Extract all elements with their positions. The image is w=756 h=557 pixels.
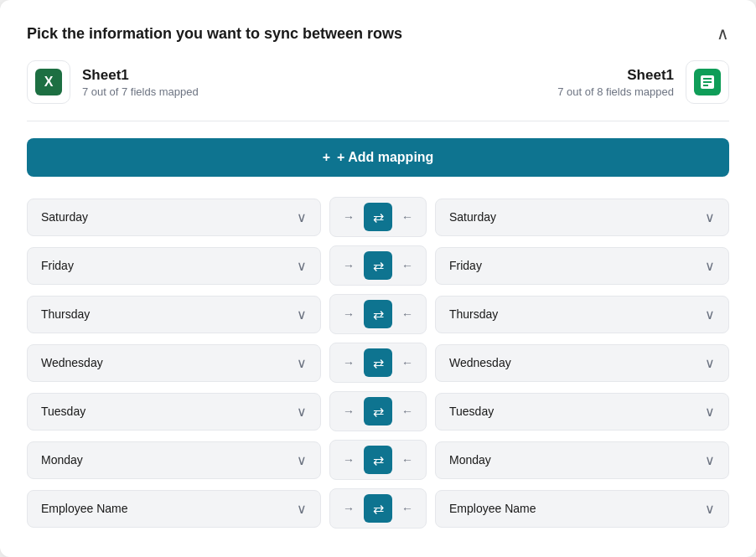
field-select-left-0[interactable]: Saturday ∨ — [27, 199, 321, 236]
source-left: X Sheet1 7 out of 7 fields mapped — [27, 60, 199, 104]
source-right-name: Sheet1 — [557, 67, 674, 84]
chevron-down-icon: ∨ — [297, 404, 307, 420]
svg-rect-5 — [703, 81, 712, 83]
arrow-right-button-1[interactable]: → — [337, 254, 360, 277]
arrow-right-button-6[interactable]: → — [337, 497, 360, 520]
svg-rect-6 — [703, 85, 708, 86]
arrow-right-button-0[interactable]: → — [337, 205, 360, 229]
chevron-down-icon: ∨ — [705, 404, 715, 420]
chevron-down-icon: ∨ — [705, 258, 715, 274]
arrow-left-button-4[interactable]: ← — [396, 400, 419, 423]
field-select-left-3[interactable]: Wednesday ∨ — [27, 344, 321, 382]
add-mapping-icon: + — [323, 150, 330, 165]
field-select-right-5[interactable]: Monday ∨ — [435, 441, 729, 479]
card-header: Pick the information you want to sync be… — [27, 23, 729, 44]
chevron-down-icon: ∨ — [705, 307, 715, 322]
field-label-left-0: Saturday — [41, 210, 88, 224]
main-card: Pick the information you want to sync be… — [0, 0, 756, 557]
sync-controls-4: → ⇄ ← — [329, 391, 427, 431]
field-label-right-1: Friday — [449, 259, 482, 272]
mappings-list: Saturday ∨ → ⇄ ← Saturday ∨ Friday ∨ → ⇄… — [27, 197, 729, 529]
field-label-left-2: Thursday — [41, 307, 90, 321]
source-left-name: Sheet1 — [82, 67, 199, 84]
sync-button-2[interactable]: ⇄ — [364, 300, 392, 328]
chevron-down-icon: ∨ — [297, 452, 307, 468]
excel-icon: X — [35, 69, 62, 95]
sync-controls-1: → ⇄ ← — [329, 245, 427, 286]
field-select-left-5[interactable]: Monday ∨ — [27, 441, 321, 479]
arrow-left-button-3[interactable]: ← — [396, 351, 419, 374]
chevron-down-icon: ∨ — [705, 209, 715, 225]
arrow-left-button-1[interactable]: ← — [396, 254, 419, 277]
arrow-right-button-3[interactable]: → — [337, 351, 360, 374]
sync-button-3[interactable]: ⇄ — [364, 348, 392, 377]
chevron-down-icon: ∨ — [297, 209, 307, 225]
arrow-left-button-6[interactable]: ← — [396, 497, 419, 520]
field-label-right-6: Employee Name — [449, 502, 536, 515]
field-label-left-1: Friday — [41, 259, 74, 272]
add-mapping-label: + Add mapping — [337, 150, 433, 165]
chevron-down-icon: ∨ — [705, 452, 715, 468]
field-select-right-1[interactable]: Friday ∨ — [435, 247, 729, 285]
chevron-down-icon: ∨ — [705, 355, 715, 371]
field-select-left-2[interactable]: Thursday ∨ — [27, 296, 321, 333]
card-title: Pick the information you want to sync be… — [27, 25, 402, 43]
svg-text:X: X — [44, 75, 54, 89]
sheets-icon-container — [686, 60, 729, 104]
excel-icon-container: X — [27, 60, 70, 104]
arrow-right-button-5[interactable]: → — [337, 448, 360, 472]
mapping-row: Wednesday ∨ → ⇄ ← Wednesday ∨ — [27, 343, 729, 383]
field-select-left-4[interactable]: Tuesday ∨ — [27, 393, 321, 431]
sheets-icon — [694, 69, 721, 95]
sync-button-4[interactable]: ⇄ — [364, 397, 392, 425]
mapping-row: Thursday ∨ → ⇄ ← Thursday ∨ — [27, 294, 729, 334]
sync-button-0[interactable]: ⇄ — [364, 203, 392, 231]
field-label-left-6: Employee Name — [41, 502, 128, 515]
field-label-left-5: Monday — [41, 453, 83, 467]
sources-row: X Sheet1 7 out of 7 fields mapped Sheet1… — [27, 60, 729, 121]
source-right-sub: 7 out of 8 fields mapped — [557, 85, 674, 98]
sync-controls-5: → ⇄ ← — [329, 440, 427, 480]
svg-rect-4 — [703, 78, 712, 80]
chevron-down-icon: ∨ — [297, 258, 307, 274]
arrow-right-button-2[interactable]: → — [337, 302, 360, 326]
mapping-row: Friday ∨ → ⇄ ← Friday ∨ — [27, 245, 729, 286]
arrow-left-button-0[interactable]: ← — [396, 205, 419, 229]
field-label-right-4: Tuesday — [449, 405, 494, 418]
field-label-right-5: Monday — [449, 453, 491, 467]
chevron-down-icon: ∨ — [297, 501, 307, 517]
sync-controls-3: → ⇄ ← — [329, 343, 427, 383]
source-right: Sheet1 7 out of 8 fields mapped — [557, 60, 729, 104]
field-select-right-3[interactable]: Wednesday ∨ — [435, 344, 729, 382]
source-left-sub: 7 out of 7 fields mapped — [82, 85, 199, 98]
mapping-row: Saturday ∨ → ⇄ ← Saturday ∨ — [27, 197, 729, 237]
field-select-right-2[interactable]: Thursday ∨ — [435, 296, 729, 333]
field-label-left-4: Tuesday — [41, 405, 85, 418]
mapping-row: Tuesday ∨ → ⇄ ← Tuesday ∨ — [27, 391, 729, 431]
field-label-right-3: Wednesday — [449, 356, 511, 369]
field-select-left-1[interactable]: Friday ∨ — [27, 247, 321, 285]
field-label-right-0: Saturday — [449, 210, 496, 224]
sync-button-6[interactable]: ⇄ — [364, 494, 392, 523]
chevron-down-icon: ∨ — [705, 501, 715, 517]
collapse-button[interactable]: ∧ — [717, 23, 729, 44]
field-select-left-6[interactable]: Employee Name ∨ — [27, 490, 321, 528]
chevron-down-icon: ∨ — [297, 307, 307, 322]
arrow-left-button-2[interactable]: ← — [396, 302, 419, 326]
field-select-right-0[interactable]: Saturday ∨ — [435, 199, 729, 236]
add-mapping-button[interactable]: + + Add mapping — [27, 138, 729, 177]
chevron-down-icon: ∨ — [297, 355, 307, 371]
field-select-right-4[interactable]: Tuesday ∨ — [435, 393, 729, 431]
field-select-right-6[interactable]: Employee Name ∨ — [435, 490, 729, 528]
arrow-right-button-4[interactable]: → — [337, 400, 360, 423]
arrow-left-button-5[interactable]: ← — [396, 448, 419, 472]
sync-controls-0: → ⇄ ← — [329, 197, 427, 237]
field-label-right-2: Thursday — [449, 307, 498, 321]
sync-button-1[interactable]: ⇄ — [364, 251, 392, 280]
mapping-row: Employee Name ∨ → ⇄ ← Employee Name ∨ — [27, 488, 729, 529]
source-left-info: Sheet1 7 out of 7 fields mapped — [82, 67, 199, 98]
field-label-left-3: Wednesday — [41, 356, 103, 369]
sync-button-5[interactable]: ⇄ — [364, 446, 392, 474]
source-right-info: Sheet1 7 out of 8 fields mapped — [557, 67, 674, 98]
mapping-row: Monday ∨ → ⇄ ← Monday ∨ — [27, 440, 729, 480]
